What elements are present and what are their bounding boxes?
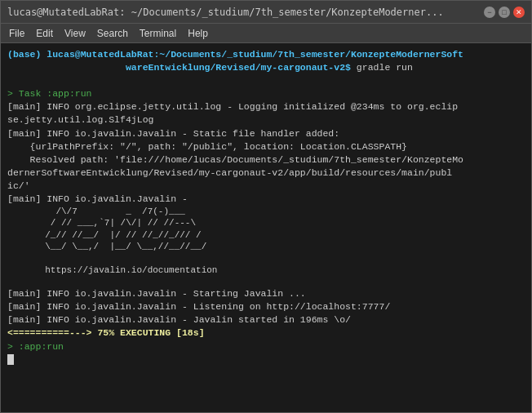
output-started: [main] INFO io.javalin.Javalin - Javalin…	[7, 313, 525, 326]
menu-search[interactable]: Search	[92, 26, 133, 41]
menu-help[interactable]: Help	[183, 26, 213, 41]
output-javalin-dash: [main] INFO io.javalin.Javalin -	[7, 193, 525, 206]
executing-line: <==========---> 75% EXECUTING [18s]	[7, 326, 525, 340]
prompt-cmd: gradle run	[351, 62, 413, 73]
window-controls: − □ ✕	[484, 7, 525, 18]
output-jetty: [main] INFO org.eclipse.jetty.util.log -…	[7, 100, 525, 127]
ascii-art-block: /\/7 _ /7(-)___ / // ___,`7| /\/| // //-…	[7, 206, 525, 287]
output-static: [main] INFO io.javalin.Javalin - Static …	[7, 127, 525, 193]
terminal-window: lucas@MutatedLabRat: ~/Documents/_studiu…	[0, 0, 532, 413]
window-title: lucas@MutatedLabRat: ~/Documents/_studiu…	[7, 7, 444, 18]
close-button[interactable]: ✕	[513, 7, 525, 18]
prompt-line: (base) lucas@MutatedLabRat:~/Documents/_…	[7, 48, 525, 74]
output-listening: [main] INFO io.javalin.Javalin - Listeni…	[7, 300, 525, 313]
menu-edit[interactable]: Edit	[31, 26, 58, 41]
output-starting: [main] INFO io.javalin.Javalin - Startin…	[7, 287, 525, 300]
menu-terminal[interactable]: Terminal	[135, 26, 181, 41]
minimize-button[interactable]: −	[484, 7, 495, 18]
task-run-line: > :app:run	[7, 340, 525, 353]
cursor-block	[7, 354, 14, 365]
maximize-button[interactable]: □	[499, 7, 510, 18]
prompt-user: (base) lucas@MutatedLabRat	[7, 49, 153, 60]
cursor-line	[7, 353, 525, 366]
menu-bar: File Edit View Search Terminal Help	[1, 24, 531, 43]
title-bar-left: lucas@MutatedLabRat: ~/Documents/_studiu…	[7, 7, 444, 18]
menu-file[interactable]: File	[4, 26, 29, 41]
title-bar: lucas@MutatedLabRat: ~/Documents/_studiu…	[1, 1, 531, 24]
menu-view[interactable]: View	[60, 26, 91, 41]
terminal-body[interactable]: (base) lucas@MutatedLabRat:~/Documents/_…	[1, 43, 531, 412]
output-task: > Task :app:run	[7, 74, 525, 100]
